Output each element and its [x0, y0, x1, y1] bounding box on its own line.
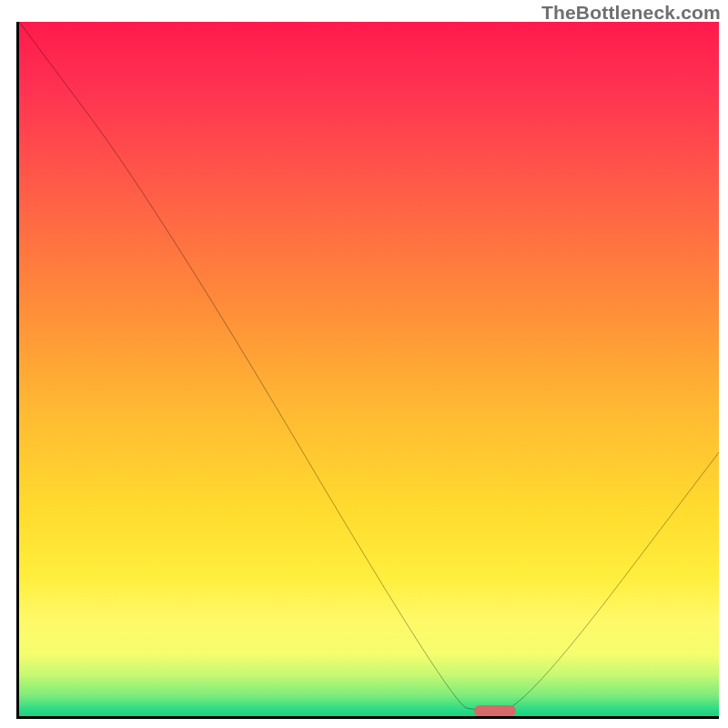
bottleneck-curve-path	[19, 22, 719, 711]
optimal-point-marker	[474, 705, 516, 716]
curve-svg	[19, 22, 719, 716]
watermark-text: TheBottleneck.com	[541, 2, 721, 24]
bottleneck-chart: TheBottleneck.com	[0, 0, 728, 728]
plot-area	[16, 22, 719, 719]
